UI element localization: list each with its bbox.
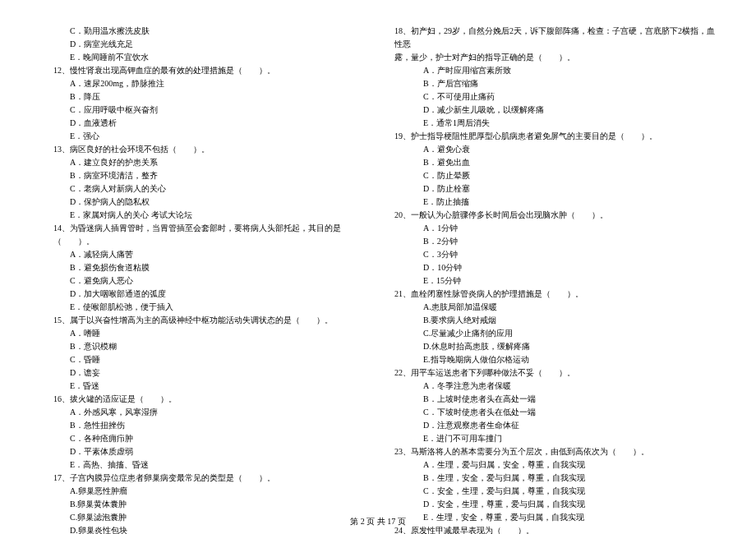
q16-e: E．高热、抽搐、昏迷	[41, 458, 362, 472]
q16-text: 16、拔火罐的适应证是（ ）。	[41, 393, 362, 406]
q17-b: B.卵巢黄体囊肿	[41, 498, 362, 511]
q13-c: C．老病人对新病人的关心	[41, 182, 362, 196]
q14-e: E．使喉部肌松弛，便于插入	[41, 301, 362, 314]
q21-a: A.患肢局部加温保暖	[394, 301, 715, 314]
q20-e: E．15分钟	[394, 274, 715, 288]
q23-c: C．安全，生理，爱与归属，尊重，自我实现	[394, 485, 715, 498]
q23-b: B．生理，安全，爱与归属，尊重，自我实现	[394, 472, 715, 485]
q13-d: D．保护病人的隐私权	[41, 196, 362, 209]
q20-a: A．1分钟	[394, 222, 715, 235]
q17-a: A.卵巢恶性肿瘤	[41, 485, 362, 498]
q18-a: A．产时应用缩宫素所致	[394, 64, 715, 77]
q13-a: A．建立良好的护患关系	[41, 156, 362, 169]
q19-text: 19、护士指导梗阻性肥厚型心肌病患者避免屏气的主要目的是（ ）。	[394, 130, 715, 143]
q12-c: C．应用呼吸中枢兴奋剂	[41, 104, 362, 117]
page-columns: C．勤用温水擦洗皮肤 D．病室光线充足 E．晚间睡前不宜饮水 12、慢性肾衰出现…	[41, 25, 715, 534]
q13-e: E．家属对病人的关心 考试大论坛	[41, 209, 362, 222]
q21-e: E.指导晚期病人做伯尔格运动	[394, 353, 715, 366]
q22-text: 22、用平车运送患者下列哪种做法不妥（ ）。	[394, 366, 715, 380]
q12-a: A．速尿200mg，静脉推注	[41, 77, 362, 90]
q18-line1: 18、初产妇，29岁，自然分娩后2天，诉下腹部阵痛，检查：子宫硬，宫底脐下2横指…	[394, 25, 715, 51]
q19-d: D．防止栓塞	[394, 182, 715, 196]
q14-text: 14、为昏迷病人插胃管时，当胃管插至会套部时，要将病人头部托起，其目的是（ ）。	[41, 222, 362, 248]
q20-b: B．2分钟	[394, 235, 715, 248]
q14-b: B．避免损伤食道粘膜	[41, 261, 362, 274]
q19-e: E．防止抽搐	[394, 196, 715, 209]
right-column: 18、初产妇，29岁，自然分娩后2天，诉下腹部阵痛，检查：子宫硬，宫底脐下2横指…	[394, 25, 715, 534]
q18-c: C．不可使用止痛药	[394, 90, 715, 104]
q19-b: B．避免出血	[394, 156, 715, 169]
q19-a: A．避免心衰	[394, 143, 715, 156]
pre-opt-d: D．病室光线充足	[41, 38, 362, 51]
q21-b: B.要求病人绝对戒烟	[394, 314, 715, 327]
q18-line2: 露，量少，护士对产妇的指导正确的是（ ）。	[394, 51, 715, 64]
q12-b: B．降压	[41, 90, 362, 104]
q17-text: 17、子宫内膜异位症患者卵巢病变最常见的类型是（ ）。	[41, 472, 362, 485]
q21-c: C.尽量减少止痛剂的应用	[394, 327, 715, 340]
q16-b: B．急性扭挫伤	[41, 419, 362, 432]
q22-c: C．下坡时使患者头在低处一端	[394, 406, 715, 419]
q14-d: D．加大咽喉部通道的弧度	[41, 288, 362, 301]
pre-opt-e: E．晚间睡前不宜饮水	[41, 51, 362, 64]
q12-e: E．强心	[41, 130, 362, 143]
q21-d: D.休息时抬高患肢，缓解疼痛	[394, 340, 715, 353]
q16-c: C．各种疮痈疖肿	[41, 432, 362, 445]
q21-text: 21、血栓闭塞性脉管炎病人的护理措施是（ ）。	[394, 288, 715, 301]
q15-b: B．意识模糊	[41, 340, 362, 353]
q23-text: 23、马斯洛将人的基本需要分为五个层次，由低到高依次为（ ）。	[394, 445, 715, 458]
q15-a: A．嗜睡	[41, 327, 362, 340]
q18-e: E．通常1周后消失	[394, 117, 715, 130]
q14-c: C．避免病人恶心	[41, 274, 362, 288]
q15-text: 15、属于以兴奋性增高为主的高级神经中枢功能活动失调状态的是（ ）。	[41, 314, 362, 327]
q22-d: D．注意观察患者生命体征	[394, 419, 715, 432]
q16-a: A．外感风寒，风寒湿痹	[41, 406, 362, 419]
q22-b: B．上坡时使患者头在高处一端	[394, 393, 715, 406]
q18-b: B．产后宫缩痛	[394, 77, 715, 90]
left-column: C．勤用温水擦洗皮肤 D．病室光线充足 E．晚间睡前不宜饮水 12、慢性肾衰出现…	[41, 25, 362, 534]
q15-c: C．昏睡	[41, 353, 362, 366]
q22-e: E．进门不可用车撞门	[394, 432, 715, 445]
q23-a: A．生理，爱与归属，安全，尊重，自我实现	[394, 458, 715, 472]
q15-e: E．昏迷	[41, 380, 362, 393]
q12-text: 12、慢性肾衰出现高钾血症的最有效的处理措施是（ ）。	[41, 64, 362, 77]
q22-a: A．冬季注意为患者保暖	[394, 380, 715, 393]
q18-d: D．减少新生儿吸吮，以缓解疼痛	[394, 104, 715, 117]
q20-c: C．3分钟	[394, 248, 715, 261]
q20-text: 20、一般认为心脏骤停多长时间后会出现脑水肿（ ）。	[394, 209, 715, 222]
q23-d: D．安全，生理，尊重，爱与归属，自我实现	[394, 498, 715, 511]
q13-b: B．病室环境清洁，整齐	[41, 169, 362, 182]
q14-a: A．减轻病人痛苦	[41, 248, 362, 261]
q15-d: D．谵妄	[41, 366, 362, 380]
q19-c: C．防止晕厥	[394, 169, 715, 182]
q16-d: D．平素体质虚弱	[41, 445, 362, 458]
q20-d: D．10分钟	[394, 261, 715, 274]
page-footer: 第 2 页 共 17 页	[0, 516, 756, 527]
q12-d: D．血液透析	[41, 117, 362, 130]
q13-text: 13、病区良好的社会环境不包括（ ）。	[41, 143, 362, 156]
pre-opt-c: C．勤用温水擦洗皮肤	[41, 25, 362, 38]
